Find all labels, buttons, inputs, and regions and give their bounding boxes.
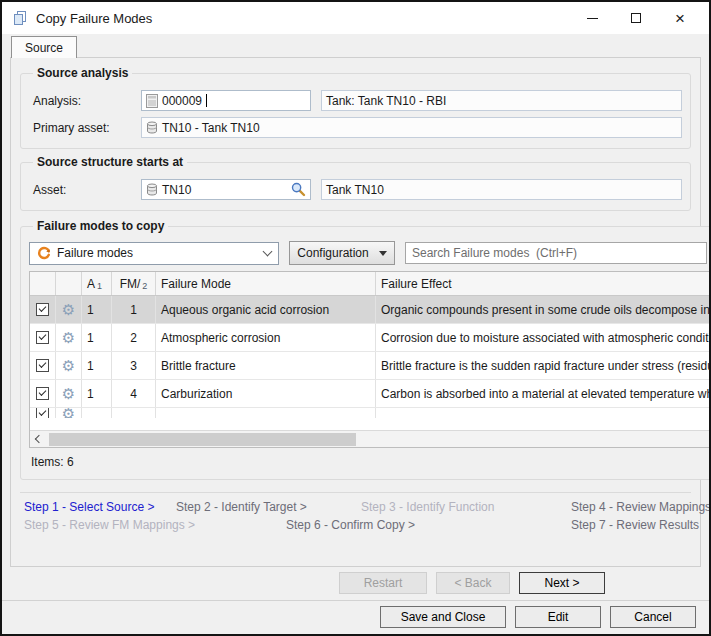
cell-fm: 2 <box>130 331 137 345</box>
analysis-detail-field: Tank: Tank TN10 - RBI <box>321 90 682 111</box>
tab-source[interactable]: Source <box>11 36 77 58</box>
header-fm-sort-order: 2 <box>142 281 147 291</box>
header-failure-effect-label: Failure Effect <box>381 277 451 291</box>
step-2-identify-target[interactable]: Step 2 - Identify Target > <box>176 500 307 514</box>
group-source-structure: Source structure starts at Asset: TN10 <box>20 155 691 211</box>
cancel-button[interactable]: Cancel <box>610 606 696 628</box>
copy-failure-modes-dialog: Copy Failure Modes × Source Source analy… <box>0 0 711 636</box>
header-checkbox-column[interactable] <box>30 272 56 295</box>
step-1-select-source[interactable]: Step 1 - Select Source > <box>24 500 154 514</box>
dropdown-arrow-icon <box>379 251 387 256</box>
failure-mode-gear-icon: ⚙ <box>62 330 75 345</box>
step-3-identify-function: Step 3 - Identify Function <box>361 500 494 514</box>
view-selector-combobox[interactable]: Failure modes <box>29 242 279 265</box>
tab-strip: Source <box>2 34 709 58</box>
analysis-detail-value: Tank: Tank TN10 - RBI <box>326 94 446 108</box>
horizontal-scrollbar[interactable] <box>30 430 711 447</box>
cell-failure-effect: Carbon is absorbed into a material at el… <box>381 387 711 401</box>
row-checkbox[interactable] <box>36 408 49 418</box>
cell-fm: 1 <box>130 303 137 317</box>
cell-fm: 3 <box>130 359 137 373</box>
row-checkbox[interactable] <box>36 387 49 400</box>
chevron-down-icon <box>263 247 273 257</box>
tab-page-source: Source analysis Analysis: 000009 T <box>10 57 701 567</box>
row-checkbox[interactable] <box>36 331 49 344</box>
asset-database-icon <box>146 121 158 134</box>
steps-separator <box>20 492 691 493</box>
edit-button[interactable]: Edit <box>515 606 601 628</box>
failure-mode-gear-icon: ⚙ <box>62 386 75 401</box>
header-failure-effect-column[interactable]: Failure Effect <box>376 272 711 295</box>
primary-asset-field: TN10 - Tank TN10 <box>141 117 682 138</box>
header-icon-column[interactable] <box>56 272 82 295</box>
header-fm-column[interactable]: FM/ 2 <box>112 272 156 295</box>
header-fm-label: FM/ <box>120 277 141 291</box>
horizontal-scroll-thumb[interactable] <box>49 433 356 446</box>
cell-failure-mode: Brittle fracture <box>161 359 236 373</box>
footer-separator <box>2 600 709 601</box>
failure-mode-gear-icon: ⚙ <box>62 302 75 317</box>
cell-fm: 4 <box>130 387 137 401</box>
step-5-review-fm-mappings: Step 5 - Review FM Mappings > <box>24 518 195 532</box>
next-button[interactable]: Next > <box>519 572 605 594</box>
title-bar: Copy Failure Modes × <box>2 2 709 34</box>
table-row[interactable]: ⚙ 1 3 Brittle fracture Brittle fracture … <box>30 352 711 380</box>
step-7-review-results[interactable]: Step 7 - Review Results <box>571 518 699 532</box>
text-caret <box>206 94 207 107</box>
items-count-status: Items: 6 <box>31 455 711 469</box>
analysis-value: 000009 <box>162 94 202 108</box>
header-failure-mode-label: Failure Mode <box>161 277 231 291</box>
header-a-label: A <box>87 277 95 291</box>
scroll-left-arrow[interactable] <box>30 431 47 448</box>
analysis-label: Analysis: <box>29 94 141 108</box>
wizard-steps: Step 1 - Select Source > Step 2 - Identi… <box>20 500 691 542</box>
view-selector-value: Failure modes <box>57 246 133 260</box>
configuration-button[interactable]: Configuration <box>289 241 395 265</box>
grid-header-row: A 1 FM/ 2 Failure Mode Failure <box>30 272 711 296</box>
cell-failure-mode: Carburization <box>161 387 232 401</box>
maximize-button[interactable] <box>627 9 645 27</box>
analysis-record-icon <box>146 94 158 108</box>
search-input[interactable] <box>405 242 707 264</box>
row-checkbox[interactable] <box>36 359 49 372</box>
cell-failure-mode: Aqueous organic acid corrosion <box>161 303 329 317</box>
close-button[interactable]: × <box>671 9 689 27</box>
action-buttons: Save and Close Edit Cancel <box>380 606 696 628</box>
cell-failure-mode: Atmospheric corrosion <box>161 331 280 345</box>
cell-a: 1 <box>87 359 94 373</box>
wizard-buttons: Restart < Back Next > <box>2 572 605 594</box>
asset-detail-field: Tank TN10 <box>321 179 682 200</box>
asset-lookup-magnifier-icon[interactable] <box>291 182 306 197</box>
header-failure-mode-column[interactable]: Failure Mode <box>156 272 376 295</box>
primary-asset-label: Primary asset: <box>29 121 141 135</box>
group-failure-modes-legend: Failure modes to copy <box>33 219 168 233</box>
table-row-partial[interactable]: ⚙ <box>30 408 711 418</box>
group-source-analysis: Source analysis Analysis: 000009 T <box>20 66 691 149</box>
step-6-confirm-copy[interactable]: Step 6 - Confirm Copy > <box>286 518 415 532</box>
cell-failure-effect: Organic compounds present in some crude … <box>381 303 711 317</box>
cycle-icon <box>37 246 51 260</box>
table-row[interactable]: ⚙ 1 4 Carburization Carbon is absorbed i… <box>30 380 711 408</box>
save-and-close-button[interactable]: Save and Close <box>380 606 506 628</box>
analysis-input[interactable]: 000009 <box>141 90 311 111</box>
back-button: < Back <box>436 572 510 594</box>
cell-a: 1 <box>87 387 94 401</box>
failure-mode-gear-icon: ⚙ <box>62 358 75 373</box>
cell-a: 1 <box>87 303 94 317</box>
row-checkbox[interactable] <box>36 303 49 316</box>
step-4-review-mappings[interactable]: Step 4 - Review Mappings > <box>571 500 711 514</box>
configuration-button-label: Configuration <box>297 246 368 260</box>
table-row[interactable]: ⚙ 1 2 Atmospheric corrosion Corrosion du… <box>30 324 711 352</box>
header-a-column[interactable]: A 1 <box>82 272 112 295</box>
asset-lookup-input[interactable]: TN10 <box>141 179 311 200</box>
cell-failure-effect: Brittle fracture is the sudden rapid fra… <box>381 359 711 373</box>
asset-detail-value: Tank TN10 <box>326 183 384 197</box>
table-row[interactable]: ⚙ 1 1 Aqueous organic acid corrosion Org… <box>30 296 711 324</box>
minimize-button[interactable] <box>583 9 601 27</box>
cell-failure-effect: Corrosion due to moisture associated wit… <box>381 331 711 345</box>
group-failure-modes: Failure modes to copy Failure modes Conf… <box>20 219 711 480</box>
group-source-structure-legend: Source structure starts at <box>33 155 187 169</box>
cell-a: 1 <box>87 331 94 345</box>
primary-asset-value: TN10 - Tank TN10 <box>162 121 260 135</box>
restart-button: Restart <box>339 572 427 594</box>
